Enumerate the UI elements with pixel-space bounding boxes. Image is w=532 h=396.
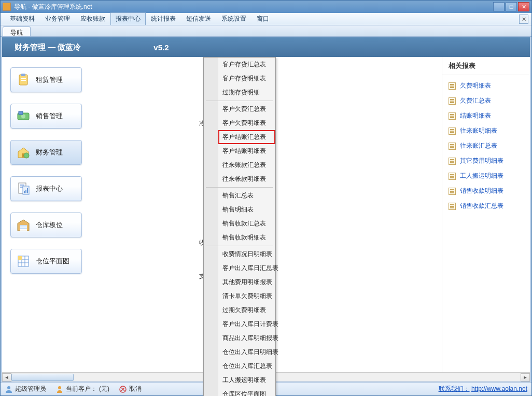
svg-rect-6 [19,111,23,115]
status-client: 当前客户： (无) [55,385,109,393]
menu-item-客户出入库日汇总表[interactable]: 客户出入库日汇总表 [218,261,275,275]
menu-统计报表[interactable]: 统计报表 [146,12,181,25]
menu-窗口[interactable]: 窗口 [251,12,274,25]
app-icon [3,3,11,11]
sidebar-销售管理[interactable]: 销售管理 [10,104,82,129]
clipboard-icon [16,73,31,87]
related-reports-list: 欠费明细表欠费汇总表结账明细表往来账明细表往来账汇总表其它费用明细表工人搬运明细… [442,75,530,217]
menu-item-过期存货明细[interactable]: 过期存货明细 [218,86,275,100]
contact-link[interactable]: http://www.aolan.net [471,385,527,392]
report-icon [449,173,456,180]
menu-基础资料[interactable]: 基础资料 [5,12,40,25]
menu-item-收费情况日明细表[interactable]: 收费情况日明细表 [218,247,275,261]
menu-item-销售明细表[interactable]: 销售明细表 [218,203,275,217]
report-icon [449,203,456,210]
sidebar-仓位平面图[interactable]: 仓位平面图 [10,249,82,274]
related-report-往来账明细表[interactable]: 往来账明细表 [446,123,526,138]
menu-item-客户结账汇总表[interactable]: 客户结账汇总表 [218,130,275,144]
menu-item-销售收款明细表[interactable]: 销售收款明细表 [218,231,275,245]
menu-item-客户出入库日计费表[interactable]: 客户出入库日计费表 [218,317,275,331]
related-report-label: 销售收款汇总表 [460,202,503,210]
sidebar-租赁管理[interactable]: 租赁管理 [10,67,82,92]
svg-rect-10 [20,185,24,186]
scroll-thumb[interactable] [11,374,74,381]
menu-item-仓位出入库汇总表[interactable]: 仓位出入库汇总表 [218,359,275,373]
menu-item-仓库区位平面图[interactable]: 仓库区位平面图 [218,387,275,396]
menu-item-销售收款汇总表[interactable]: 销售收款汇总表 [218,217,275,231]
menu-item-往来帐款明细表[interactable]: 往来帐款明细表 [218,172,275,186]
scroll-right-button[interactable]: ► [521,373,530,381]
related-report-label: 结账明细表 [460,111,491,120]
menu-item-客户欠费明细表[interactable]: 客户欠费明细表 [218,116,275,130]
report-icon [449,128,456,135]
menu-item-往来账款汇总表[interactable]: 往来账款汇总表 [218,158,275,172]
menubar: 基础资料业务管理应收账款报表中心统计报表短信发送系统设置窗口✕ [1,13,531,25]
related-report-往来账汇总表[interactable]: 往来账汇总表 [446,138,526,153]
tab-strip: 导航 [1,25,531,37]
contact-label[interactable]: 联系我们： [439,385,470,392]
menu-item-清卡单欠费明细表[interactable]: 清卡单欠费明细表 [218,289,275,303]
sidebar-label: 报表中心 [36,184,63,193]
svg-point-22 [58,386,61,389]
menu-item-客户存货明细表[interactable]: 客户存货明细表 [218,72,275,86]
report-icon [449,188,456,195]
svg-point-5 [21,115,25,119]
svg-rect-17 [20,225,27,227]
titlebar: 导航 - 傲蓝冷库管理系统.net ─ □ ✕ [1,1,531,13]
sidebar-label: 仓库板位 [36,220,63,230]
related-report-其它费用明细表[interactable]: 其它费用明细表 [446,153,526,168]
minimize-button[interactable]: ─ [493,2,505,11]
status-cancel[interactable]: 取消 [119,385,142,393]
menu-报表中心[interactable]: 报表中心 [110,12,146,25]
svg-rect-20 [18,256,22,260]
close-button[interactable]: ✕ [518,2,529,11]
warehouse-icon [16,218,31,232]
menu-item-其他费用明细报表[interactable]: 其他费用明细报表 [218,275,275,289]
svg-rect-15 [27,188,28,193]
related-report-欠费汇总表[interactable]: 欠费汇总表 [446,93,526,108]
menu-item-客户欠费汇总表[interactable]: 客户欠费汇总表 [218,102,275,116]
sidebar-label: 仓位平面图 [36,257,69,266]
report-icon [16,181,31,196]
related-reports-panel: 相关报表 欠费明细表欠费汇总表结账明细表往来账明细表往来账汇总表其它费用明细表工… [442,57,530,372]
menu-item-客户存货汇总表[interactable]: 客户存货汇总表 [218,58,275,72]
report-icon [449,82,456,90]
related-report-工人搬运明细表[interactable]: 工人搬运明细表 [446,168,526,183]
sidebar-财务管理[interactable]: 财务管理 [10,140,82,165]
menu-item-仓位出入库日明细表[interactable]: 仓位出入库日明细表 [218,345,275,359]
mdi-close-button[interactable]: ✕ [519,15,528,24]
maximize-button[interactable]: □ [506,2,517,11]
related-report-结账明细表[interactable]: 结账明细表 [446,108,526,123]
menu-业务管理[interactable]: 业务管理 [40,12,75,25]
menu-item-销售汇总表[interactable]: 销售汇总表 [218,189,275,203]
menu-item-商品出入库明细报表[interactable]: 商品出入库明细报表 [218,331,275,345]
menu-item-客户结账明细表[interactable]: 客户结账明细表 [218,144,275,158]
report-icon [449,97,456,105]
menu-短信发送[interactable]: 短信发送 [181,12,216,25]
report-icon [449,158,456,165]
svg-point-21 [7,386,10,389]
sidebar-label: 租赁管理 [36,75,63,84]
cash-icon [16,109,31,123]
report-icon [449,112,456,120]
related-report-销售收款明细表[interactable]: 销售收款明细表 [446,183,526,199]
svg-rect-3 [21,80,26,81]
menu-系统设置[interactable]: 系统设置 [216,12,251,25]
sidebar-报表中心[interactable]: 报表中心 [10,176,82,201]
related-report-欠费明细表[interactable]: 欠费明细表 [446,78,526,93]
page-title: 财务管理 — 傲蓝冷 [15,43,81,52]
related-report-label: 欠费明细表 [460,81,491,90]
svg-point-8 [24,153,29,158]
related-report-label: 往来账明细表 [460,126,497,135]
house-money-icon [16,145,31,160]
report-icon [449,143,456,150]
menu-item-过期欠费明细表[interactable]: 过期欠费明细表 [218,303,275,317]
svg-rect-18 [20,228,27,229]
menu-item-工人搬运明细表[interactable]: 工人搬运明细表 [218,373,275,387]
sidebar-label: 销售管理 [36,111,63,121]
tab-导航[interactable]: 导航 [3,26,31,36]
related-report-销售收款汇总表[interactable]: 销售收款汇总表 [446,199,526,214]
menu-应收账款[interactable]: 应收账款 [75,12,110,25]
sidebar-仓库板位[interactable]: 仓库板位 [10,213,82,237]
scroll-left-button[interactable]: ◄ [2,373,11,381]
